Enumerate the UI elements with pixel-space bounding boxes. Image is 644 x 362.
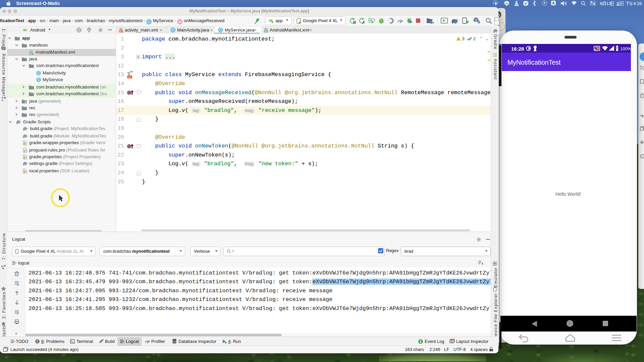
svg-text:!: ! [458, 38, 459, 41]
svg-text:MF: MF [30, 53, 33, 55]
svg-text:LINE: LINE [505, 3, 508, 4]
svg-text:A: A [362, 21, 365, 24]
svg-text:MF: MF [264, 30, 267, 33]
svg-text:<>: <> [128, 76, 131, 79]
svg-text:<>: <> [120, 30, 122, 33]
